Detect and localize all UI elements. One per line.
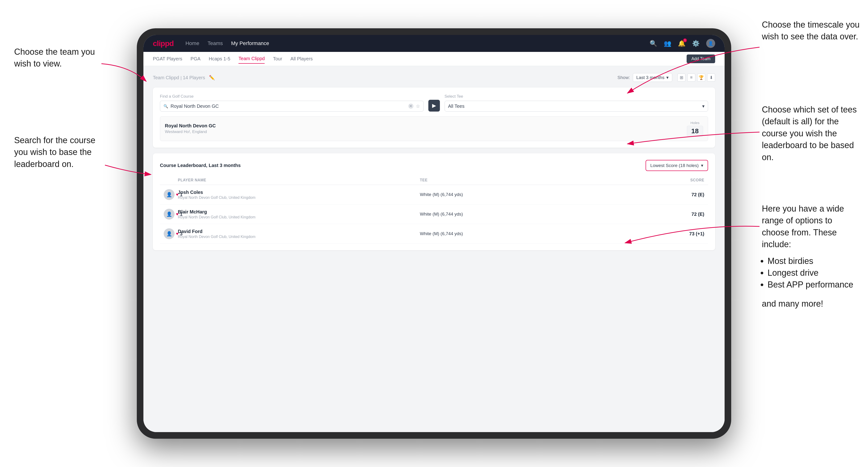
search-icon: 🔍 bbox=[163, 104, 168, 108]
annotation-middle-right: Choose which set of tees (default is all… bbox=[762, 104, 861, 163]
find-course-label: Find a Golf Course bbox=[160, 94, 424, 99]
annotation-bottom-left: Search for the course you wish to base t… bbox=[14, 134, 104, 170]
trophy-view-btn[interactable]: 🏆 bbox=[697, 73, 705, 82]
tee-chevron-icon: ▾ bbox=[702, 103, 705, 109]
player-club-2: Royal North Devon Golf Club, United King… bbox=[178, 215, 255, 219]
tablet-frame: clippd Home Teams My Performance 🔍 👥 🔔 1… bbox=[137, 28, 731, 439]
team-count: 14 Players bbox=[183, 75, 205, 80]
player-details-2: Blair McHarg Royal North Devon Golf Club… bbox=[178, 209, 255, 219]
find-course-group: Find a Golf Course 🔍 ✕ ☆ bbox=[160, 94, 424, 112]
nav-links: Home Teams My Performance bbox=[185, 40, 638, 46]
grid-view-btn[interactable]: ⊞ bbox=[677, 73, 685, 82]
score-cell-3: 73 (+1) bbox=[662, 231, 704, 237]
col-player-name: PLAYER NAME bbox=[178, 178, 420, 182]
score-cell-1: 72 (E) bbox=[662, 192, 704, 197]
table-row: 👤 ♥ 1 Blair McHarg Royal North Devon Gol… bbox=[160, 205, 708, 224]
player-avatar-3: 👤 bbox=[164, 228, 175, 239]
annotation-bottom-left-text: Search for the course you wish to base t… bbox=[14, 135, 95, 169]
app-logo: clippd bbox=[153, 39, 174, 48]
nav-teams[interactable]: Teams bbox=[208, 40, 223, 46]
team-header-row: Team Clippd | 14 Players ✏️ Show: Last 3… bbox=[153, 73, 715, 82]
player-cell-2: Blair McHarg Royal North Devon Golf Club… bbox=[178, 209, 420, 219]
annotation-top-right-text: Choose the timescale you wish to see the… bbox=[762, 20, 860, 41]
show-dropdown[interactable]: Last 3 months ▾ bbox=[633, 73, 672, 82]
player-avatar-2: 👤 bbox=[164, 209, 175, 220]
show-row: Show: Last 3 months ▾ ⊞ ≡ 🏆 ⬇ bbox=[618, 73, 715, 82]
bullet-2: Longest drive bbox=[768, 267, 861, 279]
annotation-top-left: Choose the team you wish to view. bbox=[14, 46, 104, 70]
nav-home[interactable]: Home bbox=[185, 40, 199, 46]
rank-cell-2: 👤 ♥ 1 bbox=[164, 209, 178, 220]
search-input-wrap: 🔍 ✕ ☆ bbox=[160, 101, 424, 112]
course-search-input[interactable] bbox=[170, 103, 406, 109]
player-club-1: Royal North Devon Golf Club, United King… bbox=[178, 195, 255, 200]
course-result: Royal North Devon GC Westward Ho!, Engla… bbox=[160, 116, 708, 141]
notification-badge: 1 bbox=[683, 38, 687, 42]
col-score: SCORE bbox=[662, 178, 704, 182]
people-icon-btn[interactable]: 👥 bbox=[664, 40, 671, 47]
rank-cell-1: 👤 ♥ 1 bbox=[164, 189, 178, 200]
holes-badge: Holes 18 bbox=[687, 121, 703, 136]
tee-cell-1: White (M) (6,744 yds) bbox=[420, 192, 662, 197]
nav-my-performance[interactable]: My Performance bbox=[231, 40, 269, 46]
search-card: Find a Golf Course 🔍 ✕ ☆ ▶ Select Tee Al… bbox=[153, 88, 715, 148]
annotation-options-right: Here you have a wide range of options to… bbox=[762, 203, 861, 310]
subnav-pga[interactable]: PGA bbox=[191, 54, 200, 63]
annotation-top-left-text: Choose the team you wish to view. bbox=[14, 47, 95, 68]
select-tee-group: Select Tee All Tees ▾ bbox=[445, 94, 708, 112]
holes-number: 18 bbox=[687, 126, 703, 136]
download-btn[interactable]: ⬇ bbox=[707, 73, 715, 82]
subnav-pgat[interactable]: PGAT Players bbox=[153, 54, 182, 63]
tee-select-wrap[interactable]: All Tees ▾ bbox=[445, 101, 708, 112]
annotation-options-line1: Here you have a wide range of options to… bbox=[762, 204, 844, 249]
tablet-screen: clippd Home Teams My Performance 🔍 👥 🔔 1… bbox=[144, 35, 724, 432]
chevron-down-icon: ▾ bbox=[666, 75, 669, 80]
view-icons: ⊞ ≡ 🏆 ⬇ bbox=[677, 73, 715, 82]
annotation-footer: and many more! bbox=[762, 298, 861, 310]
tee-cell-3: White (M) (6,744 yds) bbox=[420, 231, 662, 236]
list-view-btn[interactable]: ≡ bbox=[687, 73, 695, 82]
notification-icon-btn[interactable]: 🔔 1 bbox=[678, 40, 685, 47]
player-cell-1: Josh Coles Royal North Devon Golf Club, … bbox=[178, 190, 420, 200]
sub-nav-left: PGAT Players PGA Hcaps 1-5 Team Clippd T… bbox=[153, 54, 313, 64]
table-header-row: PLAYER NAME TEE SCORE bbox=[160, 176, 708, 185]
bullet-1: Most birdies bbox=[768, 255, 861, 267]
player-name-2: Blair McHarg bbox=[178, 209, 255, 215]
app-header: clippd Home Teams My Performance 🔍 👥 🔔 1… bbox=[144, 35, 724, 52]
table-row: 👤 ♥ 1 Josh Coles Royal North Devon Golf … bbox=[160, 185, 708, 205]
header-icons: 🔍 👥 🔔 1 ⚙️ 👤 bbox=[650, 39, 715, 48]
team-title: Team Clippd | 14 Players ✏️ bbox=[153, 74, 215, 81]
clear-search-btn[interactable]: ✕ bbox=[408, 103, 413, 109]
team-name: Team Clippd bbox=[153, 75, 179, 80]
subnav-all-players[interactable]: All Players bbox=[290, 54, 312, 63]
annotation-middle-right-text: Choose which set of tees (default is all… bbox=[762, 105, 857, 162]
subnav-tour[interactable]: Tour bbox=[273, 54, 282, 63]
add-team-button[interactable]: Add Team bbox=[687, 55, 715, 63]
edit-icon[interactable]: ✏️ bbox=[209, 75, 215, 80]
course-location: Westward Ho!, England bbox=[165, 129, 216, 134]
subnav-team-clippd[interactable]: Team Clippd bbox=[239, 54, 265, 64]
table-row: 👤 ♥ 3 David Ford Royal North Devon Golf … bbox=[160, 224, 708, 244]
show-value: Last 3 months bbox=[637, 75, 664, 80]
subnav-hcaps[interactable]: Hcaps 1-5 bbox=[209, 54, 230, 63]
score-cell-2: 72 (E) bbox=[662, 212, 704, 217]
search-icon-btn[interactable]: 🔍 bbox=[650, 40, 657, 47]
favorite-icon[interactable]: ☆ bbox=[416, 103, 420, 109]
score-selector-dropdown[interactable]: Lowest Score (18 holes) ▾ bbox=[646, 160, 708, 171]
player-details-3: David Ford Royal North Devon Golf Club, … bbox=[178, 229, 255, 239]
leaderboard-header: Course Leaderboard, Last 3 months Lowest… bbox=[160, 160, 708, 171]
score-selector-value: Lowest Score (18 holes) bbox=[650, 163, 699, 168]
user-avatar[interactable]: 👤 bbox=[706, 39, 715, 48]
select-tee-label: Select Tee bbox=[445, 94, 708, 99]
course-name: Royal North Devon GC bbox=[165, 123, 216, 129]
show-label: Show: bbox=[618, 75, 630, 80]
col-rank bbox=[164, 178, 178, 182]
team-title-group: Team Clippd | 14 Players ✏️ bbox=[153, 74, 215, 81]
settings-icon-btn[interactable]: ⚙️ bbox=[692, 40, 700, 47]
player-details-1: Josh Coles Royal North Devon Golf Club, … bbox=[178, 190, 255, 200]
search-submit-btn[interactable]: ▶ bbox=[428, 100, 440, 112]
player-club-3: Royal North Devon Golf Club, United King… bbox=[178, 235, 255, 239]
player-cell-3: David Ford Royal North Devon Golf Club, … bbox=[178, 229, 420, 239]
leaderboard-title: Course Leaderboard, Last 3 months bbox=[160, 163, 241, 168]
leaderboard-table: PLAYER NAME TEE SCORE 👤 ♥ 1 J bbox=[160, 176, 708, 244]
